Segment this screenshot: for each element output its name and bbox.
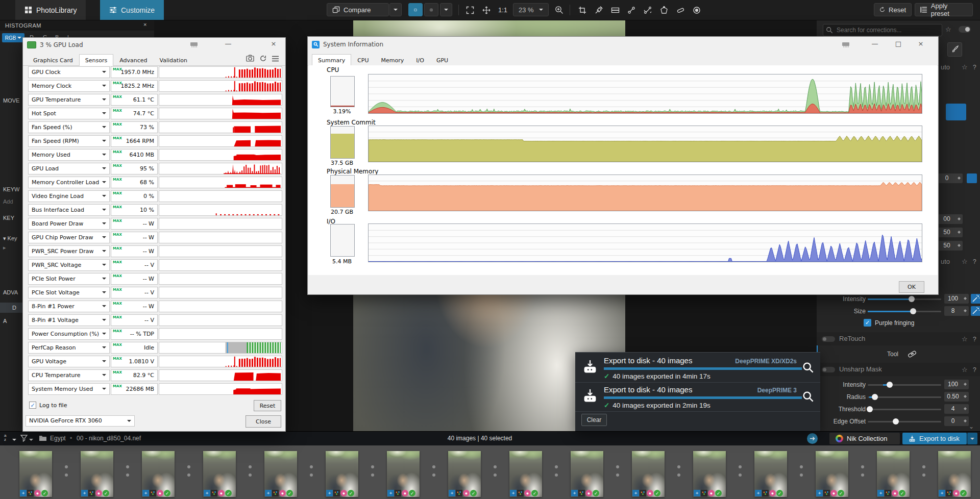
tab-photolibrary[interactable]: PhotoLibrary xyxy=(15,0,86,20)
unsharp-threshold-slider[interactable] xyxy=(868,409,941,410)
view-single-button[interactable] xyxy=(408,3,423,16)
gpuz-tab-sensors[interactable]: Sensors xyxy=(79,54,113,66)
fit-screen-button[interactable] xyxy=(463,4,477,16)
gpu-device-select[interactable]: NVIDIA GeForce RTX 3060 xyxy=(26,415,135,427)
virtual-copy-badge[interactable]: ＋ xyxy=(204,490,210,496)
unsharp-enable-toggle[interactable] xyxy=(822,367,835,372)
sensor-select[interactable]: System Memory Used xyxy=(28,383,110,395)
thumbnail-rating-dots[interactable] xyxy=(861,465,864,482)
sysinfo-tab-summary[interactable]: Summary xyxy=(312,54,351,66)
filmstrip-thumbnail[interactable]: ＋●✓ xyxy=(938,451,971,497)
gpuz-tab-graphics-card[interactable]: Graphics Card xyxy=(27,54,79,66)
favorites-filter-icon[interactable]: ☆ xyxy=(945,26,951,33)
filmstrip-thumbnail[interactable]: ＋●✓ xyxy=(81,451,113,497)
sysinfo-tab-cpu[interactable]: CPU xyxy=(351,54,375,66)
help-icon[interactable]: ? xyxy=(973,366,976,373)
filmstrip-thumbnail[interactable]: ＋●✓ xyxy=(693,451,726,497)
mask-view-button[interactable] xyxy=(690,4,703,16)
thumbnail-rating-dots[interactable] xyxy=(800,465,803,482)
sensor-select[interactable]: GPU Clock xyxy=(28,66,110,78)
chromatic-size-slider[interactable] xyxy=(868,311,941,312)
filmstrip-thumbnail[interactable]: ＋●✓ xyxy=(816,451,848,497)
star-icon[interactable]: ☆ xyxy=(962,335,968,343)
compare-button[interactable]: Compare xyxy=(327,3,389,16)
filmstrip-thumbnail[interactable]: ＋●✓ xyxy=(203,451,236,497)
sensor-select[interactable]: Fan Speed (%) xyxy=(28,121,110,133)
reset-button[interactable]: Reset xyxy=(874,3,912,16)
sensor-select[interactable]: Board Power Draw xyxy=(28,218,110,230)
clear-exports-button[interactable]: Clear xyxy=(581,414,607,426)
chromatic-size-value[interactable]: 8 xyxy=(944,306,969,316)
horizon-tool-button[interactable] xyxy=(608,4,622,16)
sensor-select[interactable]: GPU Voltage xyxy=(28,356,110,367)
virtual-copy-badge[interactable]: ＋ xyxy=(449,490,455,496)
thumbnail-rating-dots[interactable] xyxy=(432,465,435,482)
zoom-in-button[interactable] xyxy=(552,4,566,16)
filmstrip-thumbnail[interactable]: ＋●✓ xyxy=(19,451,52,497)
left-panel-fragment[interactable]: MOVE xyxy=(3,97,19,104)
local-adjustments-button[interactable] xyxy=(947,42,962,57)
search-input[interactable] xyxy=(836,25,940,35)
virtual-copy-badge[interactable]: ＋ xyxy=(510,490,517,496)
thumbnail-rating-dots[interactable] xyxy=(494,465,497,482)
virtual-copy-badge[interactable]: ＋ xyxy=(816,490,823,496)
nik-collection-button[interactable]: Nik Collection xyxy=(829,433,900,444)
minimize-button[interactable]: — xyxy=(869,40,880,47)
gpuz-tab-validation[interactable]: Validation xyxy=(154,54,193,66)
virtual-copy-badge[interactable]: ＋ xyxy=(877,490,884,496)
gpuz-tab-advanced[interactable]: Advanced xyxy=(113,54,153,66)
retouch-enable-toggle[interactable] xyxy=(822,336,835,342)
retouch-panel-header[interactable]: ReTouch ☆ ? xyxy=(817,332,980,345)
thumbnail-rating-dots[interactable] xyxy=(739,465,742,482)
virtual-copy-badge[interactable]: ＋ xyxy=(755,490,762,496)
virtual-copy-badge[interactable]: ＋ xyxy=(20,490,27,496)
folder-name[interactable]: Egypt xyxy=(50,435,66,442)
virtual-copy-badge[interactable]: ＋ xyxy=(81,490,88,496)
filmstrip-thumbnail[interactable]: ＋●✓ xyxy=(509,451,542,497)
sensor-select[interactable]: 8-Pin #1 Power xyxy=(28,301,110,312)
sensor-select[interactable]: Memory Controller Load xyxy=(28,177,110,188)
left-panel-fragment[interactable]: A xyxy=(3,318,7,324)
active-corrections-toggle[interactable] xyxy=(959,26,971,33)
scroll-down-chevron-icon[interactable]: ⌄ xyxy=(969,423,974,430)
filmstrip-thumbnail[interactable]: ＋●✓ xyxy=(632,451,665,497)
virtual-copy-badge[interactable]: ＋ xyxy=(571,490,578,496)
thumbnail-rating-dots[interactable] xyxy=(126,465,129,482)
virtual-copy-badge[interactable]: ＋ xyxy=(939,490,945,496)
view-split-button[interactable] xyxy=(424,3,438,16)
menu-icon[interactable] xyxy=(272,56,279,62)
filter-icon[interactable] xyxy=(20,435,28,442)
sensor-select[interactable]: PCIe Slot Power xyxy=(28,273,110,285)
thumbnail-rating-dots[interactable] xyxy=(65,465,68,482)
sensor-select[interactable]: Memory Clock xyxy=(28,80,110,92)
value-fragment[interactable]: 00 xyxy=(938,214,963,224)
histogram-channel-select[interactable]: RGB xyxy=(2,33,24,42)
refresh-icon[interactable] xyxy=(259,55,267,62)
search-corrections-box[interactable] xyxy=(823,24,942,36)
value-fragment[interactable]: 50 xyxy=(938,228,963,237)
export-options-dropdown[interactable] xyxy=(967,433,977,444)
left-panel-fragment[interactable]: ADVA xyxy=(3,289,18,295)
tab-customize[interactable]: Customize xyxy=(100,0,164,20)
gpuz-titlebar[interactable]: 3 % GPU Load xyxy=(23,38,285,52)
chromatic-intensity-slider[interactable] xyxy=(868,298,941,300)
value-fragment[interactable]: 0 xyxy=(938,173,963,183)
unsharp-edge-offset-value[interactable]: 0 xyxy=(944,416,969,426)
pan-button[interactable] xyxy=(480,4,493,16)
reveal-in-explorer-icon[interactable] xyxy=(802,361,814,373)
star-icon[interactable]: ☆ xyxy=(962,366,968,373)
unsharp-mask-panel-header[interactable]: Unsharp Mask ☆ ? xyxy=(817,363,980,376)
view-dropdown[interactable] xyxy=(440,3,452,16)
thumbnail-rating-dots[interactable] xyxy=(310,465,313,482)
ok-button[interactable]: OK xyxy=(899,281,924,293)
filmstrip-thumbnail[interactable]: ＋●✓ xyxy=(264,451,297,497)
virtual-copy-badge[interactable]: ＋ xyxy=(694,490,700,496)
help-icon[interactable]: ? xyxy=(973,336,976,343)
star-icon[interactable]: ☆ xyxy=(962,258,968,265)
highlighted-control-fragment[interactable] xyxy=(946,104,966,120)
log-to-file-checkbox[interactable]: ✓ xyxy=(29,402,36,409)
eraser-tool-button[interactable] xyxy=(674,4,687,16)
sensor-select[interactable]: GPU Temperature xyxy=(28,94,110,106)
unsharp-edge-offset-slider[interactable] xyxy=(868,421,941,422)
sensor-select[interactable]: Power Consumption (%) xyxy=(28,328,110,340)
